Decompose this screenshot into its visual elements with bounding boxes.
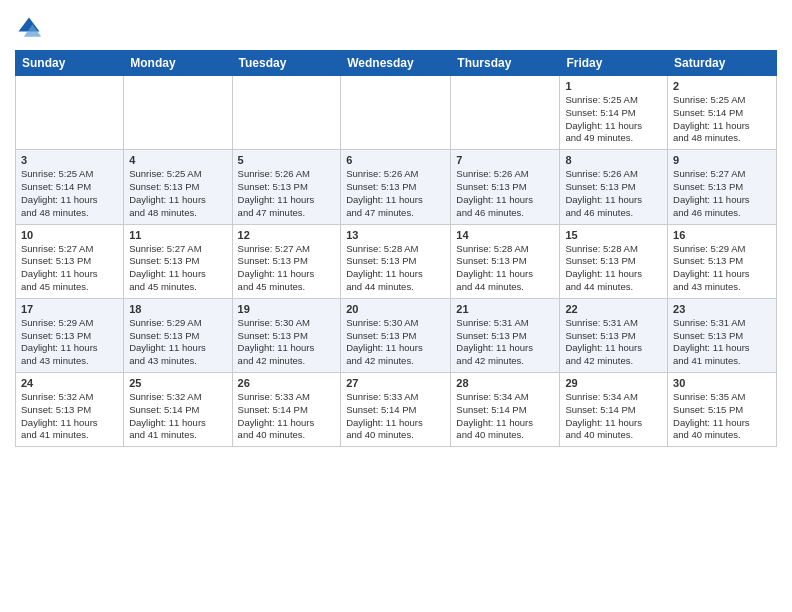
calendar-cell [124,76,232,150]
calendar-week-row: 1Sunrise: 5:25 AM Sunset: 5:14 PM Daylig… [16,76,777,150]
calendar-cell: 24Sunrise: 5:32 AM Sunset: 5:13 PM Dayli… [16,373,124,447]
day-number: 9 [673,154,771,166]
calendar-cell: 26Sunrise: 5:33 AM Sunset: 5:14 PM Dayli… [232,373,341,447]
calendar-cell: 11Sunrise: 5:27 AM Sunset: 5:13 PM Dayli… [124,224,232,298]
day-number: 27 [346,377,445,389]
day-info: Sunrise: 5:27 AM Sunset: 5:13 PM Dayligh… [129,243,226,294]
day-info: Sunrise: 5:33 AM Sunset: 5:14 PM Dayligh… [346,391,445,442]
day-number: 12 [238,229,336,241]
day-number: 30 [673,377,771,389]
calendar-cell: 25Sunrise: 5:32 AM Sunset: 5:14 PM Dayli… [124,373,232,447]
calendar-cell: 28Sunrise: 5:34 AM Sunset: 5:14 PM Dayli… [451,373,560,447]
day-number: 26 [238,377,336,389]
calendar-cell: 9Sunrise: 5:27 AM Sunset: 5:13 PM Daylig… [668,150,777,224]
day-number: 10 [21,229,118,241]
calendar-cell [232,76,341,150]
calendar-cell: 22Sunrise: 5:31 AM Sunset: 5:13 PM Dayli… [560,298,668,372]
day-info: Sunrise: 5:28 AM Sunset: 5:13 PM Dayligh… [565,243,662,294]
calendar-week-row: 10Sunrise: 5:27 AM Sunset: 5:13 PM Dayli… [16,224,777,298]
day-number: 1 [565,80,662,92]
day-number: 6 [346,154,445,166]
day-info: Sunrise: 5:27 AM Sunset: 5:13 PM Dayligh… [673,168,771,219]
day-number: 18 [129,303,226,315]
day-number: 4 [129,154,226,166]
day-info: Sunrise: 5:26 AM Sunset: 5:13 PM Dayligh… [346,168,445,219]
day-number: 16 [673,229,771,241]
day-info: Sunrise: 5:32 AM Sunset: 5:14 PM Dayligh… [129,391,226,442]
weekday-header: Tuesday [232,51,341,76]
day-number: 28 [456,377,554,389]
weekday-header: Wednesday [341,51,451,76]
day-number: 22 [565,303,662,315]
calendar-cell: 16Sunrise: 5:29 AM Sunset: 5:13 PM Dayli… [668,224,777,298]
calendar-cell: 21Sunrise: 5:31 AM Sunset: 5:13 PM Dayli… [451,298,560,372]
day-info: Sunrise: 5:25 AM Sunset: 5:14 PM Dayligh… [673,94,771,145]
calendar-cell [451,76,560,150]
day-info: Sunrise: 5:32 AM Sunset: 5:13 PM Dayligh… [21,391,118,442]
calendar-cell: 27Sunrise: 5:33 AM Sunset: 5:14 PM Dayli… [341,373,451,447]
calendar-cell: 18Sunrise: 5:29 AM Sunset: 5:13 PM Dayli… [124,298,232,372]
day-info: Sunrise: 5:26 AM Sunset: 5:13 PM Dayligh… [238,168,336,219]
day-info: Sunrise: 5:26 AM Sunset: 5:13 PM Dayligh… [456,168,554,219]
day-number: 5 [238,154,336,166]
calendar-cell: 29Sunrise: 5:34 AM Sunset: 5:14 PM Dayli… [560,373,668,447]
day-info: Sunrise: 5:31 AM Sunset: 5:13 PM Dayligh… [565,317,662,368]
day-number: 11 [129,229,226,241]
day-number: 24 [21,377,118,389]
calendar-cell: 6Sunrise: 5:26 AM Sunset: 5:13 PM Daylig… [341,150,451,224]
day-number: 29 [565,377,662,389]
day-info: Sunrise: 5:25 AM Sunset: 5:14 PM Dayligh… [21,168,118,219]
day-info: Sunrise: 5:30 AM Sunset: 5:13 PM Dayligh… [238,317,336,368]
day-number: 19 [238,303,336,315]
calendar-cell: 7Sunrise: 5:26 AM Sunset: 5:13 PM Daylig… [451,150,560,224]
day-info: Sunrise: 5:27 AM Sunset: 5:13 PM Dayligh… [21,243,118,294]
logo [15,10,47,42]
calendar-cell: 10Sunrise: 5:27 AM Sunset: 5:13 PM Dayli… [16,224,124,298]
day-number: 7 [456,154,554,166]
day-info: Sunrise: 5:35 AM Sunset: 5:15 PM Dayligh… [673,391,771,442]
calendar-table: SundayMondayTuesdayWednesdayThursdayFrid… [15,50,777,447]
day-number: 15 [565,229,662,241]
logo-icon [15,14,43,42]
calendar-cell [16,76,124,150]
day-info: Sunrise: 5:31 AM Sunset: 5:13 PM Dayligh… [456,317,554,368]
day-number: 21 [456,303,554,315]
day-info: Sunrise: 5:27 AM Sunset: 5:13 PM Dayligh… [238,243,336,294]
calendar-cell: 2Sunrise: 5:25 AM Sunset: 5:14 PM Daylig… [668,76,777,150]
day-number: 20 [346,303,445,315]
calendar-cell: 8Sunrise: 5:26 AM Sunset: 5:13 PM Daylig… [560,150,668,224]
calendar-cell: 4Sunrise: 5:25 AM Sunset: 5:13 PM Daylig… [124,150,232,224]
calendar-week-row: 17Sunrise: 5:29 AM Sunset: 5:13 PM Dayli… [16,298,777,372]
day-info: Sunrise: 5:34 AM Sunset: 5:14 PM Dayligh… [456,391,554,442]
day-number: 8 [565,154,662,166]
day-info: Sunrise: 5:34 AM Sunset: 5:14 PM Dayligh… [565,391,662,442]
calendar-cell: 13Sunrise: 5:28 AM Sunset: 5:13 PM Dayli… [341,224,451,298]
day-info: Sunrise: 5:31 AM Sunset: 5:13 PM Dayligh… [673,317,771,368]
day-info: Sunrise: 5:29 AM Sunset: 5:13 PM Dayligh… [129,317,226,368]
calendar-week-row: 24Sunrise: 5:32 AM Sunset: 5:13 PM Dayli… [16,373,777,447]
day-info: Sunrise: 5:25 AM Sunset: 5:13 PM Dayligh… [129,168,226,219]
weekday-header: Friday [560,51,668,76]
day-number: 14 [456,229,554,241]
calendar-cell [341,76,451,150]
day-number: 2 [673,80,771,92]
calendar-week-row: 3Sunrise: 5:25 AM Sunset: 5:14 PM Daylig… [16,150,777,224]
day-info: Sunrise: 5:29 AM Sunset: 5:13 PM Dayligh… [21,317,118,368]
day-info: Sunrise: 5:26 AM Sunset: 5:13 PM Dayligh… [565,168,662,219]
calendar-header-row: SundayMondayTuesdayWednesdayThursdayFrid… [16,51,777,76]
day-number: 17 [21,303,118,315]
calendar-cell: 23Sunrise: 5:31 AM Sunset: 5:13 PM Dayli… [668,298,777,372]
day-number: 3 [21,154,118,166]
day-number: 13 [346,229,445,241]
calendar-cell: 14Sunrise: 5:28 AM Sunset: 5:13 PM Dayli… [451,224,560,298]
calendar-cell: 3Sunrise: 5:25 AM Sunset: 5:14 PM Daylig… [16,150,124,224]
day-info: Sunrise: 5:29 AM Sunset: 5:13 PM Dayligh… [673,243,771,294]
calendar-cell: 15Sunrise: 5:28 AM Sunset: 5:13 PM Dayli… [560,224,668,298]
day-number: 25 [129,377,226,389]
weekday-header: Sunday [16,51,124,76]
day-info: Sunrise: 5:33 AM Sunset: 5:14 PM Dayligh… [238,391,336,442]
page-header [15,10,777,42]
calendar-cell: 5Sunrise: 5:26 AM Sunset: 5:13 PM Daylig… [232,150,341,224]
day-info: Sunrise: 5:25 AM Sunset: 5:14 PM Dayligh… [565,94,662,145]
day-number: 23 [673,303,771,315]
